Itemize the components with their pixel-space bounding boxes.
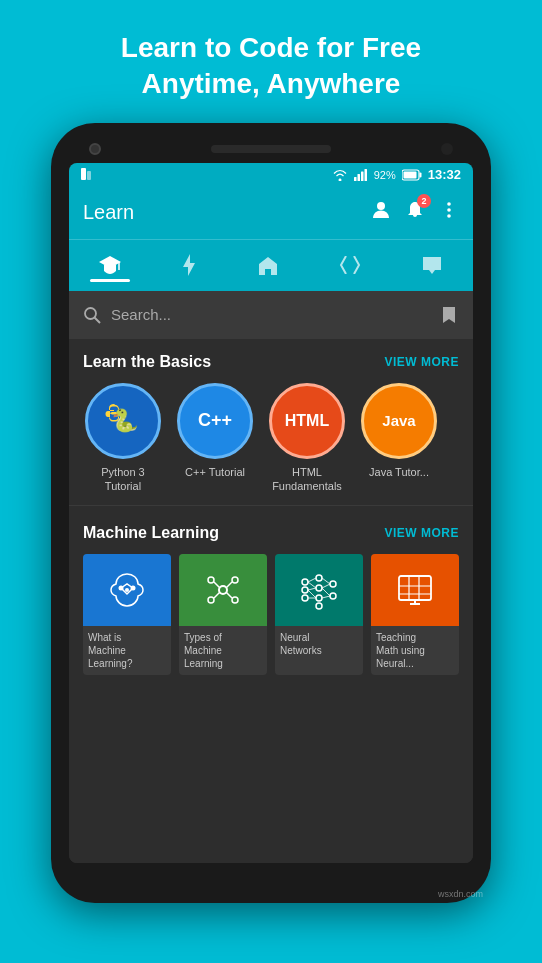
svg-rect-47 (399, 576, 431, 600)
headline-line1: Learn to Code for Free (121, 32, 421, 63)
signal-icon (354, 169, 368, 181)
svg-line-46 (322, 596, 330, 598)
search-icon (83, 306, 101, 324)
ml-section-title: Machine Learning (83, 524, 219, 542)
page-background: Learn to Code for Free Anytime, Anywhere (0, 0, 542, 903)
svg-rect-1 (87, 171, 91, 180)
svg-line-15 (95, 317, 101, 323)
python-label: Python 3Tutorial (101, 465, 144, 494)
java-label: Java Tutor... (369, 465, 429, 479)
svg-line-27 (214, 592, 220, 598)
nav-item-learn[interactable] (99, 256, 121, 274)
java-circle: Java (361, 383, 437, 459)
svg-text:🐍: 🐍 (111, 407, 139, 434)
phone-screen: 92% 13:32 Learn (69, 163, 473, 863)
learn-basics-title: Learn the Basics (83, 353, 211, 371)
ml-card-neural-image (275, 554, 363, 626)
svg-point-12 (447, 214, 451, 218)
profile-icon[interactable] (371, 200, 391, 225)
wifi-icon (332, 169, 348, 181)
ml-card-types-image (179, 554, 267, 626)
app-bar: Learn (69, 187, 473, 239)
status-bar: 92% 13:32 (69, 163, 473, 187)
python-circle: 🐍 (85, 383, 161, 459)
svg-rect-3 (357, 174, 360, 181)
cpp-item[interactable]: C++ C++ Tutorial (175, 383, 255, 494)
ml-card-what-is-label: What isMachineLearning? (83, 626, 171, 675)
brain-icon (105, 568, 149, 612)
notification-icon[interactable]: 2 (405, 200, 425, 225)
svg-point-34 (316, 595, 322, 601)
ml-card-what-is[interactable]: What isMachineLearning? (83, 554, 171, 675)
python-item[interactable]: 🐍 Python 3Tutorial (83, 383, 163, 494)
svg-point-22 (232, 577, 238, 583)
html-text: HTML (285, 412, 329, 430)
ml-card-teaching-label: TeachingMath usingNeural... (371, 626, 459, 675)
notification-badge: 2 (417, 194, 431, 208)
svg-point-36 (330, 581, 336, 587)
learn-basics-view-more[interactable]: VIEW MORE (384, 355, 459, 369)
svg-point-14 (85, 308, 96, 319)
svg-point-31 (302, 595, 308, 601)
ml-grid: What isMachineLearning? (83, 554, 459, 675)
headline: Learn to Code for Free Anytime, Anywhere (20, 30, 522, 103)
search-placeholder[interactable]: Search... (111, 306, 429, 323)
svg-line-25 (214, 582, 220, 588)
status-left (81, 168, 97, 182)
svg-point-30 (302, 587, 308, 593)
more-options-icon[interactable] (439, 200, 459, 225)
svg-point-29 (302, 579, 308, 585)
cpp-circle: C++ (177, 383, 253, 459)
svg-point-37 (330, 593, 336, 599)
svg-line-40 (308, 588, 316, 590)
svg-point-19 (125, 588, 129, 592)
status-right: 92% 13:32 (332, 167, 461, 182)
svg-line-26 (226, 582, 232, 588)
svg-rect-8 (403, 171, 416, 178)
learn-basics-section: Learn the Basics VIEW MORE (69, 339, 473, 502)
html-item[interactable]: HTML HTMLFundamentals (267, 383, 347, 494)
svg-point-33 (316, 585, 322, 591)
svg-rect-7 (419, 172, 421, 177)
bookmark-icon[interactable] (439, 305, 459, 325)
svg-point-24 (232, 597, 238, 603)
ml-card-neural[interactable]: NeuralNetworks (275, 554, 363, 675)
battery-text: 92% (374, 169, 396, 181)
svg-line-44 (322, 584, 330, 588)
headline-line2: Anytime, Anywhere (142, 68, 401, 99)
battery-icon (402, 169, 422, 181)
html-label: HTMLFundamentals (272, 465, 342, 494)
circular-items-list: 🐍 Python 3Tutorial C++ C++ Tutori (83, 383, 459, 494)
python-logo: 🐍 (104, 402, 142, 440)
svg-point-9 (377, 202, 385, 210)
ml-card-neural-label: NeuralNetworks (275, 626, 363, 662)
learn-basics-header: Learn the Basics VIEW MORE (83, 353, 459, 371)
svg-rect-2 (354, 177, 357, 181)
svg-point-21 (208, 577, 214, 583)
nav-item-code[interactable] (339, 256, 361, 274)
ml-card-types-label: Types ofMachineLearning (179, 626, 267, 675)
phone-device: 92% 13:32 Learn (51, 123, 491, 903)
cpp-label: C++ Tutorial (185, 465, 245, 479)
svg-rect-5 (364, 169, 367, 181)
phone-wrapper: 92% 13:32 Learn (0, 123, 542, 903)
app-bar-icons: 2 (371, 200, 459, 225)
search-bar: Search... (69, 291, 473, 339)
ml-view-more[interactable]: VIEW MORE (384, 526, 459, 540)
java-item[interactable]: Java Java Tutor... (359, 383, 439, 494)
nav-item-home[interactable] (257, 255, 279, 275)
ml-section: Machine Learning VIEW MORE (69, 510, 473, 683)
nav-item-bolt[interactable] (181, 254, 197, 276)
ml-card-teaching[interactable]: TeachingMath usingNeural... (371, 554, 459, 675)
phone-top (69, 141, 473, 163)
ml-card-teaching-image (371, 554, 459, 626)
teaching-icon (393, 568, 437, 612)
html-circle: HTML (269, 383, 345, 459)
svg-rect-4 (361, 171, 364, 181)
ml-card-types[interactable]: Types ofMachineLearning (179, 554, 267, 675)
svg-rect-0 (81, 168, 86, 180)
nav-item-chat[interactable] (421, 255, 443, 275)
svg-point-35 (316, 603, 322, 609)
svg-point-32 (316, 575, 322, 581)
time-display: 13:32 (428, 167, 461, 182)
